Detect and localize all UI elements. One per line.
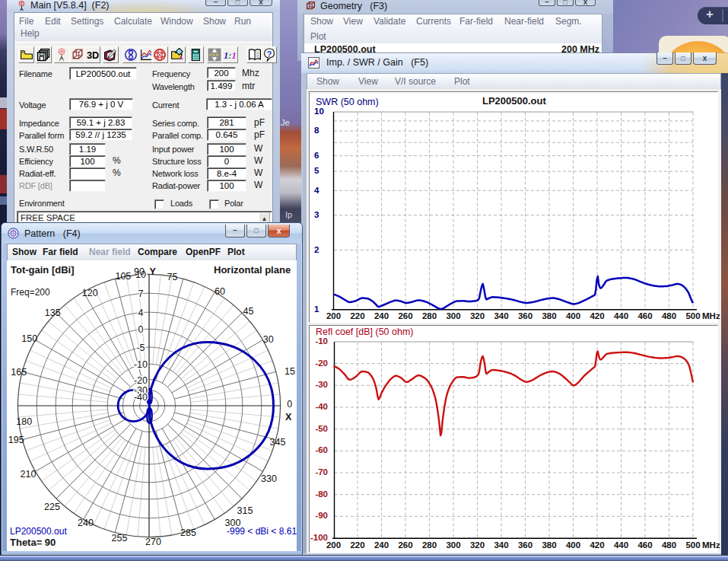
svg-text:X: X <box>285 412 292 422</box>
svg-text:105: 105 <box>115 271 131 282</box>
svg-text:270: 270 <box>145 537 161 547</box>
svg-text:195: 195 <box>8 435 24 445</box>
svg-text:150: 150 <box>21 333 37 344</box>
svg-text:-20: -20 <box>134 375 148 386</box>
svg-text:-40: -40 <box>134 392 148 403</box>
svg-text:135: 135 <box>45 308 61 318</box>
svg-text:0: 0 <box>138 324 144 335</box>
svg-text:210: 210 <box>21 469 37 480</box>
svg-text:255: 255 <box>112 533 128 543</box>
svg-text:Y: Y <box>150 266 157 277</box>
svg-text:45: 45 <box>243 306 254 317</box>
svg-text:240: 240 <box>78 518 94 528</box>
svg-text:285: 285 <box>180 528 196 538</box>
svg-text:180: 180 <box>16 416 32 427</box>
svg-text:225: 225 <box>44 502 60 512</box>
svg-text:330: 330 <box>261 473 277 484</box>
svg-text:90: 90 <box>134 266 145 277</box>
svg-text:-10: -10 <box>134 359 148 370</box>
svg-text:60: 60 <box>215 286 225 297</box>
svg-text:165: 165 <box>11 367 27 378</box>
svg-text:7: 7 <box>138 288 144 299</box>
svg-text:120: 120 <box>82 288 98 298</box>
svg-text:0: 0 <box>287 399 292 410</box>
svg-text:75: 75 <box>167 272 178 282</box>
svg-text:-5: -5 <box>136 343 145 353</box>
svg-text:4: 4 <box>138 308 144 318</box>
svg-text:345: 345 <box>270 437 286 448</box>
svg-text:15: 15 <box>285 366 295 377</box>
svg-text:315: 315 <box>237 505 253 516</box>
svg-text:300: 300 <box>225 518 241 528</box>
svg-text:30: 30 <box>263 334 274 345</box>
